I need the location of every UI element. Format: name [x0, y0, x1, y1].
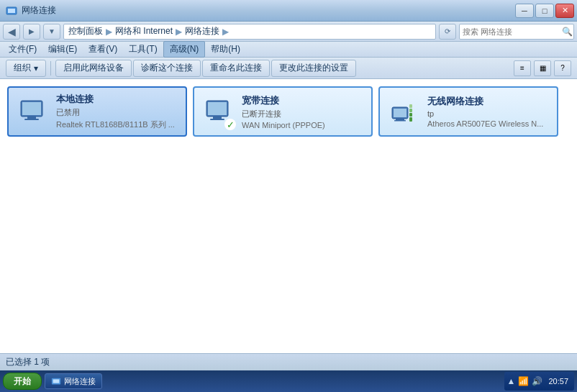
- content-area: 本地连接 已禁用 Realtek RTL8168B/8111B 系列 ... ✓…: [0, 79, 577, 353]
- taskbar-window-icon: [51, 376, 61, 386]
- connection-local-name: 本地连接: [56, 93, 175, 106]
- close-button[interactable]: ✕: [555, 4, 574, 18]
- menu-edit[interactable]: 编辑(E): [42, 42, 83, 57]
- svg-rect-20: [53, 379, 60, 383]
- menu-advanced[interactable]: 高级(N): [163, 41, 206, 58]
- start-button[interactable]: 开始: [3, 373, 42, 390]
- change-settings-button[interactable]: 更改此连接的设置: [271, 60, 356, 77]
- tray-arrow-icon: ▲: [507, 376, 516, 386]
- menu-file[interactable]: 文件(F): [3, 42, 42, 57]
- svg-rect-15: [409, 117, 412, 122]
- breadcrumb-end-arrow: ▶: [222, 27, 229, 37]
- preview-button[interactable]: ▦: [534, 60, 551, 76]
- svg-rect-6: [24, 119, 39, 120]
- connection-local-info: 本地连接 已禁用 Realtek RTL8168B/8111B 系列 ...: [56, 93, 175, 130]
- maximize-button[interactable]: □: [535, 4, 554, 18]
- svg-rect-4: [22, 102, 41, 115]
- menu-bar: 文件(F) 编辑(E) 查看(V) 工具(T) 高级(N) 帮助(H): [0, 42, 577, 58]
- forward-button[interactable]: ▶: [23, 24, 40, 40]
- address-bar: ◀ ▶ ▼ 控制面板 ▶ 网络和 Internet ▶ 网络连接 ▶ ⟳ 🔍: [0, 22, 577, 42]
- minimize-button[interactable]: ─: [515, 4, 534, 18]
- breadcrumb: 控制面板 ▶ 网络和 Internet ▶ 网络连接 ▶: [63, 24, 436, 40]
- breadcrumb-item-3[interactable]: 网络连接: [185, 25, 219, 37]
- status-text: 已选择 1 项: [6, 356, 50, 368]
- taskbar-active-window[interactable]: 网络连接: [45, 373, 102, 389]
- menu-view[interactable]: 查看(V): [83, 42, 123, 57]
- connected-checkmark-icon: ✓: [224, 119, 236, 130]
- title-bar: 网络连接 ─ □ ✕: [0, 0, 577, 22]
- title-bar-left: 网络连接: [6, 4, 56, 17]
- connection-local[interactable]: 本地连接 已禁用 Realtek RTL8168B/8111B 系列 ...: [7, 86, 187, 137]
- window-icon: [6, 5, 17, 17]
- breadcrumb-sep-2: ▶: [176, 27, 182, 37]
- breadcrumb-item-2[interactable]: 网络和 Internet: [115, 25, 173, 37]
- connection-wireless-status: tp: [427, 109, 543, 118]
- enable-device-button[interactable]: 启用此网络设备: [55, 60, 132, 77]
- connection-broadband-status: 已断开连接: [242, 109, 325, 119]
- menu-help[interactable]: 帮助(H): [205, 42, 246, 57]
- system-tray: ▲ 📶 🔊 20:57: [504, 372, 574, 391]
- svg-rect-5: [27, 117, 36, 119]
- connection-local-icon: [14, 94, 49, 129]
- diagnose-button[interactable]: 诊断这个连接: [133, 60, 201, 77]
- back-button[interactable]: ◀: [3, 24, 20, 40]
- connection-wireless-info: 无线网络连接 tp Atheros AR5007EG Wireless N...: [427, 95, 543, 128]
- search-input[interactable]: [463, 27, 562, 36]
- svg-rect-2: [9, 14, 14, 14]
- organize-button[interactable]: 组织 ▾: [6, 60, 46, 77]
- connection-wireless-name: 无线网络连接: [427, 95, 543, 108]
- connection-local-status: 已禁用: [56, 107, 175, 118]
- connection-broadband-info: 宽带连接 已断开连接 WAN Miniport (PPPOE): [242, 94, 325, 129]
- connection-wireless[interactable]: 无线网络连接 tp Atheros AR5007EG Wireless N...: [378, 86, 558, 137]
- recent-button[interactable]: ▼: [43, 24, 60, 40]
- connection-local-adapter: Realtek RTL8168B/8111B 系列 ...: [56, 119, 175, 130]
- svg-rect-1: [8, 9, 15, 13]
- dropdown-arrow-icon: ▾: [34, 63, 38, 73]
- connection-broadband[interactable]: ✓ 宽带连接 已断开连接 WAN Miniport (PPPOE): [193, 86, 373, 137]
- taskbar-items: 网络连接: [42, 373, 504, 389]
- menu-tools[interactable]: 工具(T): [123, 42, 163, 57]
- tray-volume-icon: 🔊: [532, 376, 542, 386]
- connection-broadband-icon: ✓: [200, 94, 235, 129]
- breadcrumb-sep-1: ▶: [106, 27, 112, 37]
- search-bar: 🔍: [459, 24, 574, 40]
- window-controls: ─ □ ✕: [515, 4, 574, 18]
- refresh-button[interactable]: ⟳: [439, 24, 456, 40]
- help-button[interactable]: ?: [554, 60, 571, 76]
- system-clock: 20:57: [545, 377, 571, 386]
- svg-rect-10: [210, 119, 224, 120]
- window-title: 网络连接: [22, 4, 56, 17]
- view-options-button[interactable]: ≡: [514, 60, 531, 76]
- svg-rect-13: [396, 119, 404, 120]
- taskbar: 开始 网络连接 ▲ 📶 🔊 20:57: [0, 370, 577, 392]
- computer-icon: [17, 97, 46, 126]
- svg-rect-17: [409, 109, 412, 112]
- toolbar-right: ≡ ▦ ?: [514, 60, 571, 76]
- connection-broadband-adapter: WAN Miniport (PPPOE): [242, 121, 325, 129]
- breadcrumb-item-1[interactable]: 控制面板: [68, 25, 103, 37]
- connection-wireless-icon: [386, 94, 420, 129]
- connection-broadband-name: 宽带连接: [242, 94, 325, 107]
- connection-wireless-adapter: Atheros AR5007EG Wireless N...: [427, 119, 543, 128]
- svg-rect-16: [409, 113, 412, 117]
- toolbar-separator: [50, 61, 51, 76]
- rename-button[interactable]: 重命名此连接: [202, 60, 270, 77]
- svg-rect-8: [208, 102, 227, 115]
- tray-network-icon: 📶: [518, 376, 529, 386]
- svg-rect-12: [394, 109, 406, 117]
- svg-rect-14: [394, 120, 406, 122]
- status-bar: 已选择 1 项: [0, 353, 577, 370]
- svg-rect-9: [213, 117, 222, 119]
- search-icon[interactable]: 🔍: [562, 24, 573, 39]
- svg-rect-18: [409, 104, 412, 108]
- toolbar: 组织 ▾ 启用此网络设备 诊断这个连接 重命名此连接 更改此连接的设置 ≡ ▦ …: [0, 58, 577, 79]
- wifi-icon: [389, 97, 417, 126]
